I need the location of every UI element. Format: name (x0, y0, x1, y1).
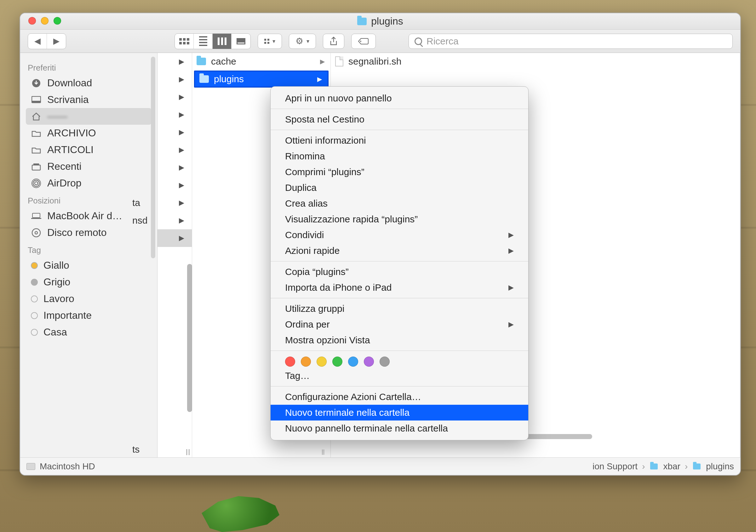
sidebar-item-articles[interactable]: ARTICOLI (20, 142, 157, 158)
folder-row-selected[interactable]: ▶ (157, 229, 192, 247)
group-by-button[interactable]: ▾ (258, 34, 282, 49)
icon-view-button[interactable] (175, 34, 194, 49)
minimize-window-button[interactable] (41, 17, 48, 25)
view-mode-buttons (175, 33, 251, 49)
folder-row[interactable]: ▶ (157, 176, 192, 194)
titlebar: plugins (20, 13, 740, 30)
sidebar-item-home[interactable]: —— (26, 108, 151, 125)
folder-row-plugins[interactable]: plugins ▶ (194, 70, 329, 88)
sidebar-tag-home[interactable]: Casa (20, 324, 157, 340)
tag-red-button[interactable] (285, 357, 295, 367)
folder-icon (357, 18, 367, 25)
submenu-arrow-icon: ▶ (508, 231, 514, 239)
folder-icon (31, 145, 41, 155)
folder-row[interactable]: ▶ (157, 106, 192, 123)
sidebar-scrollbar[interactable] (151, 57, 155, 258)
menu-item-make-alias[interactable]: Crea alias (271, 196, 528, 211)
zoom-window-button[interactable] (54, 17, 61, 25)
sidebar-item-label: MacBook Air d… (47, 210, 122, 222)
partial-label: nsd (132, 215, 148, 226)
tag-yellow-button[interactable] (316, 357, 327, 367)
sidebar-heading-tags: Tag (20, 241, 157, 257)
menu-item-duplicate[interactable]: Duplica (271, 180, 528, 196)
hdd-icon (26, 463, 35, 470)
sidebar-item-archive[interactable]: ARCHIVIO (20, 125, 157, 142)
home-icon (31, 111, 41, 122)
tag-orange-button[interactable] (301, 357, 311, 367)
window-controls (28, 17, 61, 25)
menu-item-compress[interactable]: Comprimi “plugins” (271, 164, 528, 180)
action-menu-button[interactable]: ⚙▾ (289, 34, 316, 49)
tags-button[interactable] (351, 34, 376, 49)
folder-row[interactable]: ▶ (157, 70, 192, 88)
folder-row[interactable]: ▶nsd (157, 212, 192, 229)
sidebar-tag-grey[interactable]: Grigio (20, 274, 157, 290)
folder-row[interactable]: ▶ta (157, 194, 192, 212)
column-resize-handle[interactable]: || (186, 448, 191, 456)
menu-item-new-terminal-at-folder[interactable]: Nuovo terminale nella cartella (271, 405, 528, 420)
search-field[interactable] (409, 34, 733, 49)
menu-item-share[interactable]: Condividi▶ (271, 227, 528, 243)
menu-item-open-new-tab[interactable]: Apri in un nuovo pannello (271, 91, 528, 106)
sidebar-tag-yellow[interactable]: Giallo (20, 257, 157, 274)
sidebar-item-desktop[interactable]: Scrivania (20, 91, 157, 108)
folder-row[interactable]: ▶ (157, 53, 192, 70)
sidebar-item-airdrop[interactable]: AirDrop (20, 175, 157, 192)
list-view-button[interactable] (194, 34, 213, 49)
menu-item-sort-by[interactable]: Ordina per▶ (271, 317, 528, 332)
path-segment[interactable]: plugins (706, 462, 734, 471)
column-1[interactable]: ▶ ▶ ▶ ▶ ▶ ▶ ▶ ▶ ▶ta ▶nsd ▶ ts || (157, 53, 192, 457)
folder-row[interactable]: ▶ (157, 141, 192, 159)
menu-item-copy[interactable]: Copia “plugins” (271, 264, 528, 280)
gallery-view-button[interactable] (231, 34, 251, 49)
tag-purple-button[interactable] (364, 357, 374, 367)
column-view-button[interactable] (213, 34, 231, 49)
sidebar-tag-work[interactable]: Lavoro (20, 290, 157, 307)
folder-row[interactable]: ▶ (157, 123, 192, 141)
menu-item-use-groups[interactable]: Utilizza gruppi (271, 301, 528, 317)
file-row[interactable]: segnalibri.sh (331, 53, 740, 70)
menu-item-show-view-options[interactable]: Mostra opzioni Vista (271, 332, 528, 348)
tag-dot-icon (31, 262, 38, 269)
folder-row-cache[interactable]: cache ▶ (192, 53, 331, 70)
tag-green-button[interactable] (332, 357, 342, 367)
folder-icon (197, 58, 206, 65)
tag-blue-button[interactable] (348, 357, 358, 367)
close-window-button[interactable] (28, 17, 36, 25)
download-icon (31, 78, 41, 89)
search-input[interactable] (426, 36, 727, 47)
forward-button[interactable]: ▶ (47, 34, 66, 49)
tag-dot-icon (31, 312, 38, 319)
sidebar-tag-important[interactable]: Importante (20, 307, 157, 324)
sidebar-item-download[interactable]: Download (20, 75, 157, 91)
menu-item-move-to-trash[interactable]: Sposta nel Cestino (271, 112, 528, 127)
menu-item-quick-look[interactable]: Visualizzazione rapida “plugins” (271, 211, 528, 227)
svg-rect-9 (33, 213, 40, 218)
path-segment[interactable]: Macintosh HD (40, 462, 95, 471)
tag-dot-icon (31, 329, 38, 336)
context-menu: Apri in un nuovo pannello Sposta nel Ces… (270, 86, 528, 440)
menu-item-import-iphone[interactable]: Importa da iPhone o iPad▶ (271, 280, 528, 295)
menu-item-tags[interactable]: Tag… (271, 368, 528, 384)
svg-point-7 (33, 180, 40, 186)
column-resize-handle[interactable]: || (322, 448, 329, 456)
sidebar-item-remote-disc[interactable]: Disco remoto (20, 224, 157, 241)
path-segment[interactable]: ion Support (592, 462, 637, 471)
tag-grey-button[interactable] (380, 357, 390, 367)
menu-item-get-info[interactable]: Ottieni informazioni (271, 133, 528, 148)
toolbar: ◀ ▶ ▾ ⚙▾ (20, 30, 740, 53)
menu-item-new-terminal-tab-at-folder[interactable]: Nuovo pannello terminale nella cartella (271, 420, 528, 436)
back-button[interactable]: ◀ (28, 34, 47, 49)
menu-item-quick-actions[interactable]: Azioni rapide▶ (271, 243, 528, 259)
window-title-text: plugins (371, 15, 403, 27)
folder-row[interactable]: ▶ (157, 159, 192, 176)
menu-item-folder-actions-setup[interactable]: Configurazione Azioni Cartella… (271, 389, 528, 405)
svg-point-6 (35, 182, 38, 185)
folder-row[interactable]: ▶ (157, 88, 192, 106)
chevron-right-icon: ▶ (317, 75, 322, 83)
path-segment[interactable]: xbar (663, 462, 680, 471)
menu-item-rename[interactable]: Rinomina (271, 148, 528, 164)
share-button[interactable] (323, 34, 344, 49)
column-scrollbar[interactable] (187, 264, 192, 412)
sidebar-item-recents[interactable]: Recenti (20, 158, 157, 175)
